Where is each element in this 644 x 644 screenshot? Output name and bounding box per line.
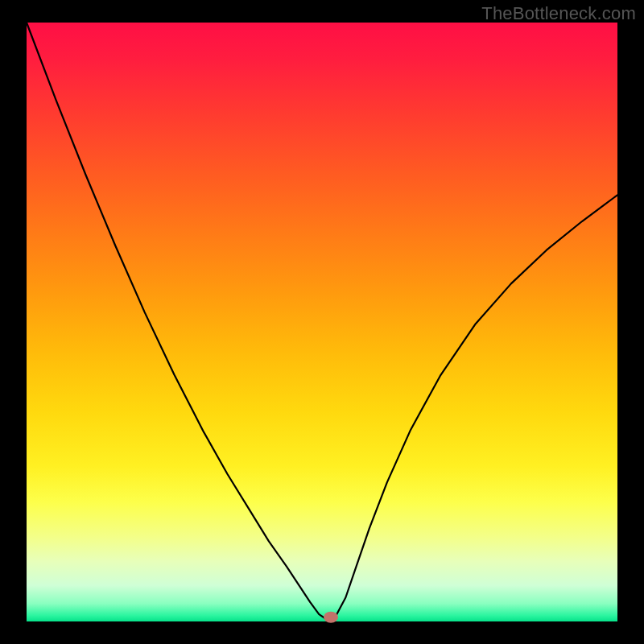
plot-background [27, 23, 617, 621]
chart-frame: TheBottleneck.com [0, 0, 644, 644]
minimum-marker [324, 612, 338, 623]
bottleneck-plot [0, 0, 644, 644]
